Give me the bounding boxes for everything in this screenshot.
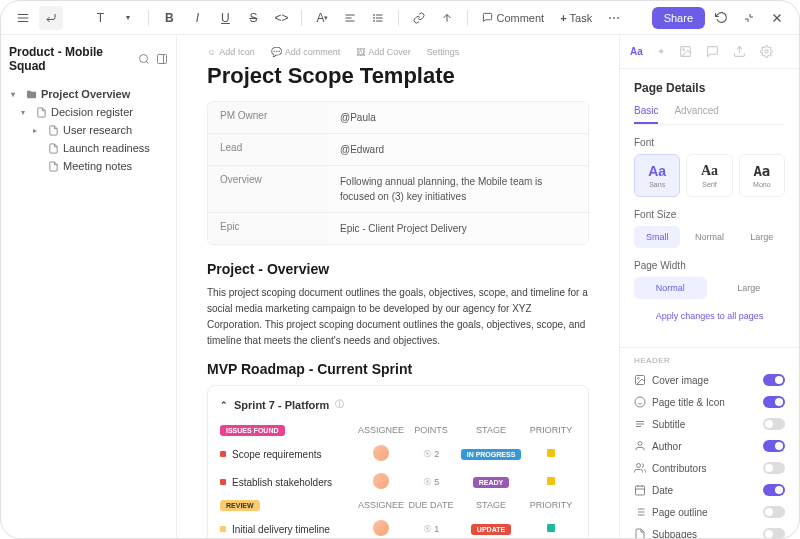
svg-point-19 <box>683 49 685 51</box>
font-option[interactable]: AaSans <box>634 154 680 197</box>
svg-point-31 <box>637 464 641 468</box>
svg-point-24 <box>635 397 645 407</box>
section-heading[interactable]: Project - Overview <box>207 261 589 277</box>
bold-icon[interactable]: B <box>157 6 181 30</box>
expand-icon[interactable] <box>737 6 761 30</box>
details-panel: Aa ✦ Page Details Basic Advanced Font Aa… <box>619 35 799 538</box>
settings-action[interactable]: Settings <box>427 47 460 57</box>
width-option[interactable]: Normal <box>634 277 707 299</box>
width-option[interactable]: Large <box>713 277 786 299</box>
stage-cell: UPDATE <box>456 524 526 534</box>
document-content: ☺ Add Icon 💬 Add comment 🖼 Add Cover Set… <box>177 35 619 538</box>
sidebar-item-label: Launch readiness <box>63 142 150 154</box>
apply-all-link[interactable]: Apply changes to all pages <box>634 311 785 321</box>
underline-icon[interactable]: U <box>213 6 237 30</box>
stage-badge: UPDATE <box>471 524 511 535</box>
sidebar-item[interactable]: Meeting notes <box>9 157 168 175</box>
menu-icon[interactable] <box>11 6 35 30</box>
history-icon[interactable] <box>709 6 733 30</box>
toolbar: T ▾ B I U S <> A▾ Comment +Task ⋯ Share <box>1 1 799 35</box>
stage-badge: IN PROGRESS <box>461 449 522 460</box>
back-icon[interactable] <box>39 6 63 30</box>
font-option[interactable]: AaMono <box>739 154 785 197</box>
close-icon[interactable] <box>765 6 789 30</box>
panel-icon[interactable] <box>156 53 168 65</box>
toggle-row: Contributors <box>620 457 799 479</box>
svg-point-11 <box>374 20 375 21</box>
panel-tabs: Aa ✦ <box>620 35 799 69</box>
column-header: STAGE <box>456 500 526 511</box>
code-icon[interactable]: <> <box>269 6 293 30</box>
strike-icon[interactable]: S <box>241 6 265 30</box>
task-row[interactable]: Scope requirements⦿ 2IN PROGRESS <box>220 440 576 468</box>
subtab-basic[interactable]: Basic <box>634 105 658 124</box>
dropdown-icon[interactable]: ▾ <box>116 6 140 30</box>
page-title[interactable]: Project Scope Template <box>207 63 589 89</box>
link-icon[interactable] <box>407 6 431 30</box>
font-option[interactable]: AaSerif <box>686 154 732 197</box>
search-icon[interactable] <box>138 53 150 65</box>
status-dot <box>220 526 226 532</box>
toggle-label: Contributors <box>652 463 706 474</box>
size-option[interactable]: Normal <box>686 226 732 248</box>
toggle-switch[interactable] <box>763 396 785 408</box>
toggle-switch[interactable] <box>763 462 785 474</box>
sidebar-item[interactable]: Launch readiness <box>9 139 168 157</box>
sidebar-item-label: Decision register <box>51 106 133 118</box>
toggle-label: Page title & Icon <box>652 397 725 408</box>
sidebar-header: Product - Mobile Squad <box>9 45 168 73</box>
task-button[interactable]: +Task <box>554 12 598 24</box>
italic-icon[interactable]: I <box>185 6 209 30</box>
size-option[interactable]: Small <box>634 226 680 248</box>
tab-upload-icon[interactable] <box>733 45 746 58</box>
info-value: Epic - Client Project Delivery <box>328 213 588 244</box>
status-dot <box>220 451 226 457</box>
info-row[interactable]: PM Owner@Paula <box>208 102 588 134</box>
sidebar-item[interactable]: ▾Decision register <box>9 103 168 121</box>
title-icon <box>634 396 646 408</box>
toggle-switch[interactable] <box>763 374 785 386</box>
toggle-switch[interactable] <box>763 418 785 430</box>
sprint-header[interactable]: ⌃ Sprint 7 - Platform ⓘ <box>220 398 576 411</box>
group-badge: REVIEW <box>220 500 260 511</box>
tab-settings-icon[interactable] <box>760 45 773 58</box>
info-row[interactable]: Lead@Edward <box>208 134 588 166</box>
comment-button[interactable]: Comment <box>476 12 550 24</box>
share-button[interactable]: Share <box>652 7 705 29</box>
add-comment-action[interactable]: 💬 Add comment <box>271 47 341 57</box>
embed-icon[interactable] <box>435 6 459 30</box>
tab-image-icon[interactable] <box>679 45 692 58</box>
tab-comment-icon[interactable] <box>706 45 719 58</box>
tab-sparkle-icon[interactable]: ✦ <box>657 46 665 57</box>
toggle-switch[interactable] <box>763 528 785 538</box>
toggle-label: Subpages <box>652 529 697 539</box>
sidebar: Product - Mobile Squad ▾Project Overview… <box>1 35 177 538</box>
column-header: ASSIGNEE <box>356 425 406 436</box>
svg-point-14 <box>140 55 148 63</box>
more-icon[interactable]: ⋯ <box>602 6 626 30</box>
text-format-icon[interactable]: T <box>88 6 112 30</box>
priority-cell <box>526 524 576 534</box>
subtab-advanced[interactable]: Advanced <box>674 105 718 124</box>
task-row[interactable]: Establish stakeholders⦿ 5READY <box>220 468 576 496</box>
color-icon[interactable]: A▾ <box>310 6 334 30</box>
body-text[interactable]: This project scoping document outlines t… <box>207 285 589 349</box>
toggle-switch[interactable] <box>763 440 785 452</box>
add-icon-action[interactable]: ☺ Add Icon <box>207 47 255 57</box>
toggle-row: Page title & Icon <box>620 391 799 413</box>
toggle-switch[interactable] <box>763 484 785 496</box>
section-heading[interactable]: MVP Roadmap - Current Sprint <box>207 361 589 377</box>
sidebar-item[interactable]: ▸User research <box>9 121 168 139</box>
size-option[interactable]: Large <box>739 226 785 248</box>
add-cover-action[interactable]: 🖼 Add Cover <box>356 47 411 57</box>
align-icon[interactable] <box>338 6 362 30</box>
toggle-switch[interactable] <box>763 506 785 518</box>
info-row[interactable]: EpicEpic - Client Project Delivery <box>208 213 588 244</box>
sidebar-item[interactable]: ▾Project Overview <box>9 85 168 103</box>
info-row[interactable]: OverviewFollowing annual planning, the M… <box>208 166 588 213</box>
info-icon[interactable]: ⓘ <box>335 398 344 411</box>
tab-typography[interactable]: Aa <box>630 46 643 57</box>
list-icon[interactable] <box>366 6 390 30</box>
task-title: Establish stakeholders <box>220 477 356 488</box>
task-row[interactable]: Initial delivery timeline⦿ 1UPDATE <box>220 515 576 538</box>
